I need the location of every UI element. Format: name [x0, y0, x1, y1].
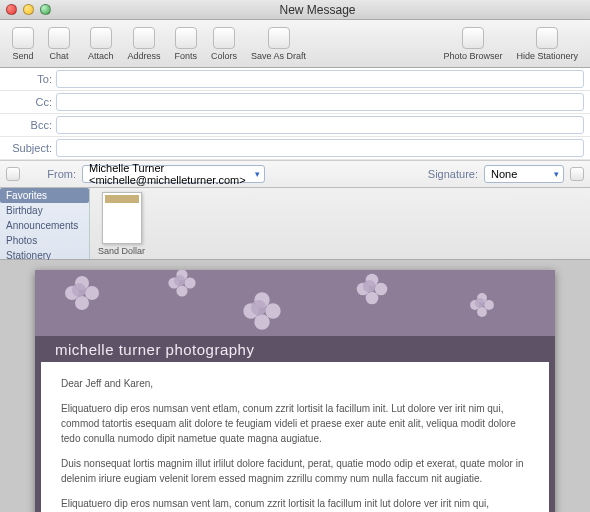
send-icon — [12, 27, 34, 49]
to-field[interactable] — [56, 70, 584, 88]
fonts-icon — [175, 27, 197, 49]
sidebar-item-birthday[interactable]: Birthday — [0, 203, 89, 218]
bcc-field[interactable] — [56, 116, 584, 134]
stationery-icon — [536, 27, 558, 49]
save-icon — [268, 27, 290, 49]
compose-canvas: michelle turner photography Dear Jeff an… — [0, 260, 590, 512]
signature-select[interactable]: None — [484, 165, 564, 183]
chat-button[interactable]: Chat — [42, 25, 76, 63]
colors-icon — [213, 27, 235, 49]
toolbar: Send Chat Attach Address Fonts Colors Sa… — [0, 20, 590, 68]
attach-button[interactable]: Attach — [82, 25, 120, 63]
subject-label: Subject: — [6, 142, 56, 154]
hide-stationery-button[interactable]: Hide Stationery — [510, 25, 584, 63]
sidebar-item-announcements[interactable]: Announcements — [0, 218, 89, 233]
template-label: Sand Dollar — [98, 246, 145, 256]
chat-icon — [48, 27, 70, 49]
fonts-button[interactable]: Fonts — [169, 25, 204, 63]
cc-field[interactable] — [56, 93, 584, 111]
paperclip-icon — [90, 27, 112, 49]
from-row: From: Michelle Turner <michelle@michelle… — [0, 161, 590, 188]
from-select[interactable]: Michelle Turner <michelle@michelleturner… — [82, 165, 265, 183]
window-controls — [6, 4, 51, 15]
window-title: New Message — [51, 3, 584, 17]
titlebar: New Message — [0, 0, 590, 20]
paragraph-1: Eliquatuero dip eros numsan vent etlam, … — [61, 401, 529, 446]
photo-icon — [462, 27, 484, 49]
letter-heading: michelle turner photography — [35, 336, 555, 362]
zoom-icon[interactable] — [40, 4, 51, 15]
close-icon[interactable] — [6, 4, 17, 15]
stationery-bar: Favorites Birthday Announcements Photos … — [0, 188, 590, 260]
address-button[interactable]: Address — [122, 25, 167, 63]
stationery-sidebar: Favorites Birthday Announcements Photos … — [0, 188, 90, 259]
stationery-page[interactable]: michelle turner photography Dear Jeff an… — [35, 270, 555, 512]
signature-aux-icon[interactable] — [570, 167, 584, 181]
sidebar-item-photos[interactable]: Photos — [0, 233, 89, 248]
sidebar-item-favorites[interactable]: Favorites — [0, 188, 89, 203]
cc-label: Cc: — [6, 96, 56, 108]
address-icon — [133, 27, 155, 49]
signature-label: Signature: — [428, 168, 478, 180]
letter-body[interactable]: Dear Jeff and Karen, Eliquatuero dip ero… — [35, 362, 555, 512]
bcc-label: Bcc: — [6, 119, 56, 131]
template-sand-dollar[interactable]: Sand Dollar — [98, 192, 145, 256]
template-list: Sand Dollar — [90, 188, 590, 259]
colors-button[interactable]: Colors — [205, 25, 243, 63]
save-draft-button[interactable]: Save As Draft — [245, 25, 312, 63]
paragraph-2: Duis nonsequat lortis magnim illut irlil… — [61, 456, 529, 486]
from-label: From: — [26, 168, 76, 180]
greeting: Dear Jeff and Karen, — [61, 376, 529, 391]
subject-field[interactable] — [56, 139, 584, 157]
photo-browser-button[interactable]: Photo Browser — [437, 25, 508, 63]
options-icon[interactable] — [6, 167, 20, 181]
header-fields: To: Cc: Bcc: Subject: — [0, 68, 590, 161]
send-button[interactable]: Send — [6, 25, 40, 63]
paragraph-3: Eliquatuero dip eros numsan vent lam, co… — [61, 496, 529, 512]
template-thumb — [102, 192, 142, 244]
minimize-icon[interactable] — [23, 4, 34, 15]
banner: michelle turner photography — [35, 270, 555, 362]
to-label: To: — [6, 73, 56, 85]
